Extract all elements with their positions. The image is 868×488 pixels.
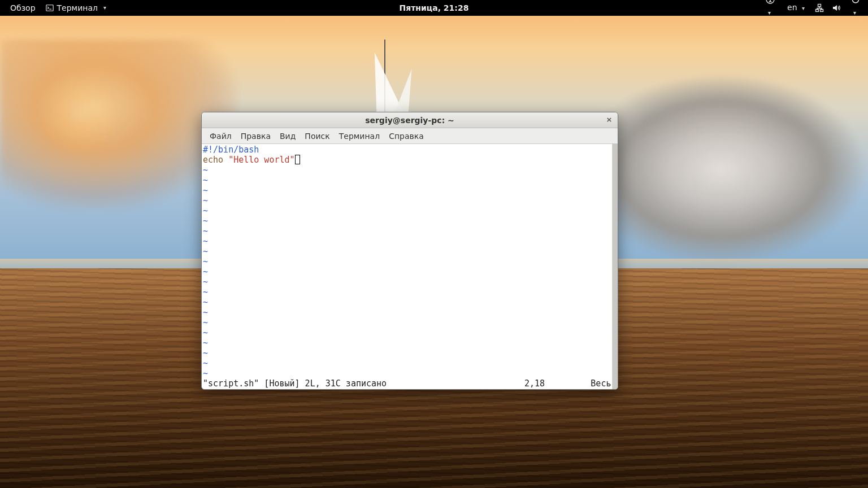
input-language-label: en <box>787 3 797 12</box>
close-button[interactable]: × <box>604 115 614 125</box>
volume-icon <box>832 3 841 12</box>
input-language-menu[interactable]: en <box>785 0 807 16</box>
window-title: sergiy@sergiy-pc: ~ <box>365 116 454 125</box>
activities-button[interactable]: Обзор <box>6 0 40 16</box>
text-cursor <box>295 155 300 164</box>
menu-help[interactable]: Справка <box>384 130 428 142</box>
terminal-viewport[interactable]: #!/bin/bash echo "Hello world" ~ ~ ~ ~ ~… <box>202 144 618 389</box>
volume-menu[interactable] <box>832 3 841 12</box>
power-icon <box>851 0 860 4</box>
network-menu[interactable] <box>815 3 824 12</box>
menu-terminal[interactable]: Терминал <box>335 130 384 142</box>
close-icon: × <box>606 115 613 124</box>
active-app-menu[interactable]: Терминал <box>42 0 110 16</box>
decorative-clouds <box>574 73 868 265</box>
svg-point-7 <box>853 0 859 3</box>
accessibility-menu[interactable] <box>763 0 777 21</box>
gnome-top-bar: Обзор Терминал Пятница, 21:28 en <box>0 0 868 16</box>
svg-rect-4 <box>818 5 821 7</box>
accessibility-icon <box>766 0 775 4</box>
menu-view[interactable]: Вид <box>275 130 300 142</box>
terminal-window: sergiy@sergiy-pc: ~ × Файл Правка Вид По… <box>201 112 618 390</box>
power-menu[interactable] <box>849 0 862 21</box>
menu-search[interactable]: Поиск <box>300 130 334 142</box>
active-app-label: Терминал <box>57 0 98 16</box>
scrollbar-thumb[interactable] <box>613 144 618 389</box>
menu-file[interactable]: Файл <box>205 130 236 142</box>
menu-edit[interactable]: Правка <box>236 130 275 142</box>
terminal-icon <box>46 4 54 12</box>
svg-rect-0 <box>46 5 53 11</box>
network-wired-icon <box>815 3 824 12</box>
scrollbar[interactable] <box>612 144 618 389</box>
menubar: Файл Правка Вид Поиск Терминал Справка <box>202 128 618 144</box>
clock-label: Пятница, 21:28 <box>0 0 868 16</box>
window-titlebar[interactable]: sergiy@sergiy-pc: ~ × <box>202 112 618 128</box>
